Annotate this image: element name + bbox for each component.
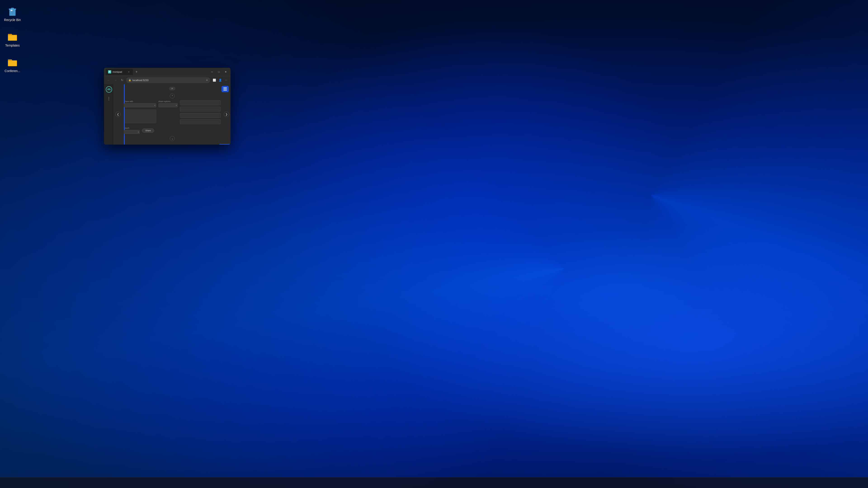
share-button[interactable]: Share: [142, 129, 154, 133]
right-input-1[interactable]: [180, 100, 221, 105]
sync-icon: ⟳: [171, 88, 173, 90]
main-content: ⟳ ⌃ ❮ ❯: [114, 84, 230, 144]
tab-favicon: [108, 70, 111, 73]
right-arrow-icon: ❯: [225, 113, 228, 116]
svg-rect-11: [223, 90, 227, 91]
desktop-icon-recycle-bin[interactable]: Recycle Bin: [2, 4, 23, 23]
attach-group: attach: [124, 127, 140, 134]
settings-icon[interactable]: ⋯: [223, 77, 229, 83]
refresh-button[interactable]: ↻: [119, 77, 125, 83]
down-arrow-container: ⌄: [117, 136, 228, 141]
back-button[interactable]: ←: [106, 77, 111, 83]
top-right-action-button[interactable]: [221, 86, 229, 92]
right-input-3[interactable]: [180, 113, 221, 118]
menu-dot-1: [108, 97, 109, 98]
svg-line-6: [14, 11, 14, 14]
status-bar: ⟳: [117, 87, 228, 90]
browser-toolbar: ← → ↻ 🔒 localhost:5233 ★ ⬜ 👤 ⋯: [104, 76, 230, 84]
close-button[interactable]: ✕: [222, 70, 229, 74]
share-options-group: share options: [158, 100, 178, 107]
window-controls: ─ □ ✕: [209, 70, 229, 74]
recycle-bin-label: Recycle Bin: [4, 18, 21, 22]
share-with-select[interactable]: [124, 103, 156, 107]
templates-label: Templates: [5, 43, 20, 47]
address-bar[interactable]: 🔒 localhost:5233 ★: [126, 77, 210, 83]
toolbar-icons: ⬜ 👤 ⋯: [212, 77, 229, 83]
conferences-folder-icon: [7, 57, 18, 68]
desktop-icon-templates[interactable]: Templates: [2, 30, 23, 49]
accent-bar: [124, 84, 125, 144]
attach-select[interactable]: [124, 130, 140, 134]
browser-tab[interactable]: monipad ×: [106, 69, 133, 75]
message-textarea[interactable]: [124, 109, 156, 123]
up-arrow-container: ⌃: [117, 94, 228, 98]
app-sidebar: [104, 84, 114, 144]
taskbar: [0, 477, 868, 488]
browser-titlebar: monipad × + ─ □ ✕: [104, 68, 230, 76]
attach-label: attach: [124, 127, 140, 129]
svg-rect-9: [223, 88, 227, 88]
new-tab-button[interactable]: +: [134, 69, 139, 74]
svg-line-4: [11, 11, 11, 14]
sync-button[interactable]: ⟳: [169, 87, 176, 90]
nav-left-arrow[interactable]: ❮: [115, 111, 121, 117]
share-options-select[interactable]: [158, 103, 178, 107]
extensions-icon[interactable]: ⬜: [212, 77, 217, 83]
bottom-progress-bar: [219, 144, 230, 144]
svg-rect-3: [11, 8, 14, 9]
svg-rect-10: [223, 89, 227, 90]
bottom-action-row: attach Share: [124, 127, 221, 134]
share-options-label: share options: [158, 100, 178, 103]
left-arrow-icon: ❮: [117, 113, 119, 116]
tab-close-btn[interactable]: ×: [127, 70, 131, 74]
up-arrow-button[interactable]: ⌃: [170, 94, 175, 98]
sidebar-menu-button[interactable]: [106, 95, 112, 102]
down-arrow-button[interactable]: ⌄: [170, 136, 175, 141]
url-text: localhost:5233: [132, 79, 205, 82]
share-with-group: share with: [124, 100, 156, 107]
app-content: ⟳ ⌃ ❮ ❯: [104, 84, 230, 144]
maximize-button[interactable]: □: [216, 70, 222, 74]
minimize-button[interactable]: ─: [209, 70, 215, 74]
profile-icon[interactable]: 👤: [217, 77, 223, 83]
svg-rect-7: [11, 10, 12, 11]
templates-folder-icon: [7, 31, 18, 42]
menu-dot-2: [108, 98, 109, 99]
nav-right-arrow[interactable]: ❯: [224, 111, 229, 117]
app-logo: [106, 86, 112, 93]
desktop-icons: Recycle Bin Templates Conferen...: [0, 0, 25, 78]
right-input-4[interactable]: [180, 119, 221, 124]
conferences-label: Conferen...: [4, 69, 20, 73]
right-input-2[interactable]: [180, 107, 221, 111]
share-with-label: share with: [124, 100, 156, 103]
recycle-bin-icon: [7, 6, 18, 17]
menu-dot-3: [108, 100, 109, 100]
tab-label: monipad: [113, 70, 122, 73]
forward-button[interactable]: →: [113, 77, 118, 83]
browser-window: monipad × + ─ □ ✕ ← → ↻ 🔒 localhost:5233…: [104, 68, 230, 144]
desktop-icon-conferences[interactable]: Conferen...: [2, 56, 23, 74]
